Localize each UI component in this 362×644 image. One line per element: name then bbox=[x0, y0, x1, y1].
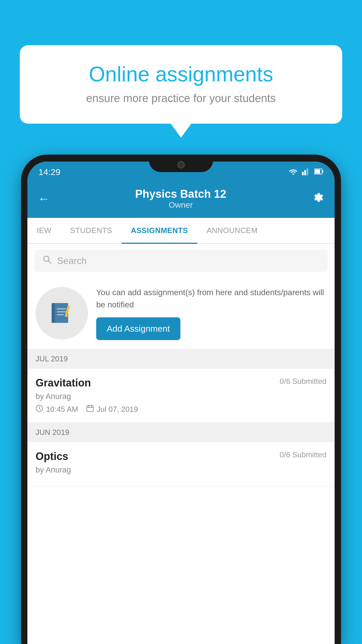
svg-point-18 bbox=[52, 313, 54, 314]
promo-description: You can add assignment(s) from here and … bbox=[96, 286, 326, 311]
notebook-icon bbox=[49, 300, 75, 326]
speech-bubble-subtitle: ensure more practice for your students bbox=[40, 92, 322, 105]
assignment-submitted-optics: 0/6 Submitted bbox=[280, 450, 326, 459]
tab-announcements[interactable]: ANNOUNCEM bbox=[197, 218, 267, 243]
assignment-title-optics: Optics bbox=[36, 450, 68, 463]
svg-point-16 bbox=[52, 306, 54, 307]
assignment-header-optics: Optics 0/6 Submitted bbox=[36, 450, 326, 463]
speech-bubble-title: Online assignments bbox=[40, 63, 322, 86]
tab-students[interactable]: STUDENTS bbox=[61, 218, 122, 243]
svg-point-20 bbox=[52, 320, 54, 321]
svg-point-17 bbox=[52, 309, 54, 311]
header-subtitle: Owner bbox=[135, 200, 226, 210]
month-separator-jul: JUL 2019 bbox=[27, 349, 335, 369]
svg-rect-11 bbox=[57, 308, 66, 309]
tab-assignments[interactable]: ASSIGNMENTS bbox=[122, 218, 197, 243]
assignment-title: Gravitation bbox=[36, 377, 91, 389]
promo-section: You can add assignment(s) from here and … bbox=[27, 278, 335, 349]
assignment-item-gravitation[interactable]: Gravitation 0/6 Submitted by Anurag 10:4… bbox=[27, 369, 335, 423]
speech-bubble-container: Online assignments ensure more practice … bbox=[20, 45, 342, 124]
assignment-by: by Anurag bbox=[36, 392, 326, 401]
search-bar[interactable]: Search bbox=[34, 250, 328, 272]
settings-button[interactable] bbox=[312, 191, 324, 206]
svg-line-8 bbox=[48, 261, 51, 263]
svg-line-23 bbox=[39, 409, 41, 410]
tabs-container: IEW STUDENTS ASSIGNMENTS ANNOUNCEM bbox=[27, 218, 335, 244]
header-title: Physics Batch 12 bbox=[135, 188, 226, 200]
svg-rect-12 bbox=[57, 311, 66, 312]
search-icon bbox=[43, 255, 52, 267]
back-button[interactable]: ← bbox=[38, 192, 50, 205]
svg-rect-24 bbox=[87, 406, 93, 412]
svg-rect-13 bbox=[57, 314, 64, 315]
add-assignment-button[interactable]: Add Assignment bbox=[96, 317, 180, 340]
search-container: Search bbox=[27, 244, 335, 278]
promo-icon-circle bbox=[36, 287, 88, 340]
search-placeholder: Search bbox=[57, 256, 87, 266]
assignment-submitted: 0/6 Submitted bbox=[280, 377, 326, 386]
phone-camera bbox=[177, 161, 185, 169]
header-center: Physics Batch 12 Owner bbox=[135, 188, 226, 210]
assignment-meta: 10:45 AM Jul 07, 2019 bbox=[36, 405, 326, 414]
assignment-time: 10:45 AM bbox=[36, 405, 78, 414]
assignment-date-value: Jul 07, 2019 bbox=[97, 405, 138, 414]
svg-point-19 bbox=[52, 316, 54, 318]
phone-notch bbox=[149, 158, 213, 172]
speech-bubble: Online assignments ensure more practice … bbox=[20, 45, 342, 124]
assignment-time-value: 10:45 AM bbox=[46, 405, 78, 414]
promo-content: You can add assignment(s) from here and … bbox=[96, 286, 326, 340]
calendar-icon bbox=[86, 405, 94, 414]
assignment-by-optics: by Anurag bbox=[36, 466, 326, 475]
phone-notch-area bbox=[21, 155, 341, 175]
tab-iew[interactable]: IEW bbox=[27, 218, 61, 243]
assignment-date: Jul 07, 2019 bbox=[86, 405, 138, 414]
phone-device: 14:29 bbox=[21, 155, 341, 644]
app-header: ← Physics Batch 12 Owner bbox=[27, 183, 335, 218]
assignment-header: Gravitation 0/6 Submitted bbox=[36, 377, 326, 389]
phone-screen: 14:29 bbox=[27, 162, 335, 644]
clock-icon bbox=[36, 405, 43, 414]
month-separator-jun: JUN 2019 bbox=[27, 423, 335, 442]
assignment-item-optics[interactable]: Optics 0/6 Submitted by Anurag bbox=[27, 442, 335, 487]
